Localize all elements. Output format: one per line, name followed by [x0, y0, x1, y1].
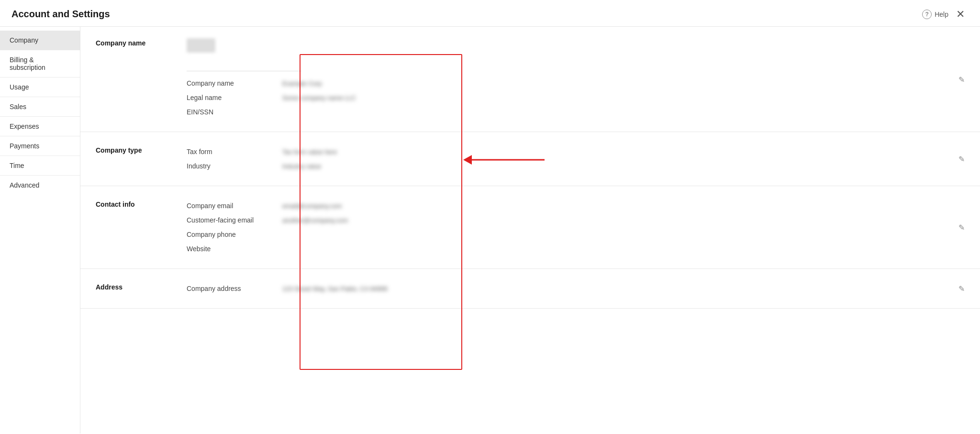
help-button[interactable]: ? Help [922, 10, 948, 19]
field-label-company-email: Company email [187, 202, 282, 210]
section-label-contact-info: Contact info [96, 200, 187, 208]
field-value-company-name: Example Corp [282, 80, 965, 87]
field-company-name: Company name Example Corp [187, 77, 965, 89]
field-website: Website [187, 243, 965, 255]
field-value-tax-form: Tax form value here [282, 148, 965, 156]
edit-contact-info-button[interactable]: ✎ [958, 223, 965, 232]
section-address: Address Company address 123 Street Way, … [80, 269, 980, 309]
field-value-industry: Industry value [282, 163, 965, 170]
section-fields-company-type: Tax form Tax form value here Industry In… [187, 145, 965, 172]
field-value-company-email: email@company.com [282, 202, 965, 210]
field-label-company-name: Company name [187, 79, 282, 87]
section-fields-company-name: Company name Example Corp Legal name Som… [187, 38, 965, 118]
edit-company-type-button[interactable]: ✎ [958, 155, 965, 164]
sidebar-item-time[interactable]: Time [0, 156, 80, 176]
help-label: Help [935, 11, 948, 18]
section-company-type: Company type Tax form Tax form value her… [80, 132, 980, 186]
field-legal-name: Legal name Some company name LLC [187, 91, 965, 104]
sidebar-item-expenses[interactable]: Expenses [0, 117, 80, 136]
field-company-email: Company email email@company.com [187, 200, 965, 212]
sidebar-item-billing[interactable]: Billing & subscription [0, 50, 80, 78]
field-tax-form: Tax form Tax form value here [187, 145, 965, 158]
section-company-name: Company name Company name Example Corp L… [80, 27, 980, 132]
field-label-industry: Industry [187, 162, 282, 170]
field-label-company-address: Company address [187, 285, 282, 292]
field-label-company-phone: Company phone [187, 231, 282, 238]
field-industry: Industry Industry value [187, 160, 965, 172]
field-value-company-address: 123 Street Way, San Pablo, CA 94999 [282, 285, 965, 292]
logo-row [187, 38, 965, 56]
section-label-company-name: Company name [96, 38, 187, 47]
section-fields-contact-info: Company email email@company.com Customer… [187, 200, 965, 255]
sidebar-item-usage[interactable]: Usage [0, 78, 80, 97]
field-label-legal-name: Legal name [187, 94, 282, 101]
main-content: Company name Company name Example Corp L… [80, 27, 980, 434]
field-label-tax-form: Tax form [187, 148, 282, 156]
sidebar-item-payments[interactable]: Payments [0, 136, 80, 156]
field-company-address: Company address 123 Street Way, San Pabl… [187, 282, 965, 295]
field-customer-email: Customer-facing email another@company.co… [187, 214, 965, 226]
company-logo [187, 38, 215, 53]
section-fields-address: Company address 123 Street Way, San Pabl… [187, 282, 965, 295]
header: Account and Settings ? Help ✕ [0, 0, 980, 27]
page-title: Account and Settings [11, 9, 110, 20]
field-value-customer-email: another@company.com [282, 217, 965, 224]
edit-company-name-button[interactable]: ✎ [958, 75, 965, 84]
section-label-company-type: Company type [96, 145, 187, 154]
main-layout: Company Billing & subscription Usage Sal… [0, 27, 980, 434]
edit-address-button[interactable]: ✎ [958, 284, 965, 293]
field-label-ein-ssn: EIN/SSN [187, 108, 282, 116]
help-circle-icon: ? [922, 10, 932, 19]
sidebar-item-sales[interactable]: Sales [0, 97, 80, 117]
field-value-legal-name: Some company name LLC [282, 94, 965, 101]
section-label-address: Address [96, 282, 187, 291]
section-contact-info: Contact info Company email email@company… [80, 186, 980, 269]
field-label-website: Website [187, 245, 282, 253]
sidebar-item-advanced[interactable]: Advanced [0, 176, 80, 195]
sidebar-item-company[interactable]: Company [0, 31, 80, 50]
close-button[interactable]: ✕ [956, 9, 965, 20]
field-ein-ssn: EIN/SSN [187, 106, 965, 118]
field-label-customer-email: Customer-facing email [187, 216, 282, 224]
field-company-phone: Company phone [187, 228, 965, 241]
sidebar: Company Billing & subscription Usage Sal… [0, 27, 80, 434]
divider [187, 71, 301, 71]
header-actions: ? Help ✕ [922, 9, 965, 20]
